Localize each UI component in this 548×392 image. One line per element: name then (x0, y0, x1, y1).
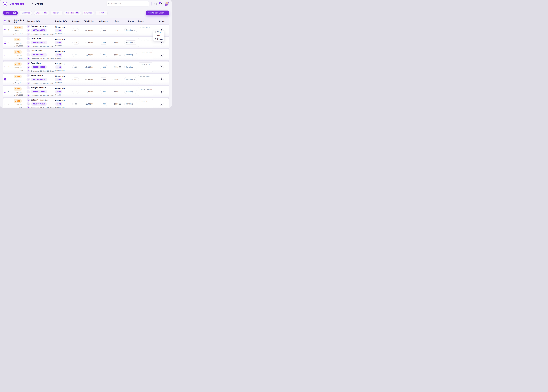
order-number-badge[interactable]: #345 (14, 50, 21, 54)
table-row: 1 #3210 2 hours ago Jun 27, 2023 Safayet… (3, 25, 169, 36)
status-dropdown[interactable]: Pending (124, 53, 137, 57)
advanced-value: ৳ 345 (100, 90, 107, 94)
internal-notes-input[interactable]: Internal Notes... (138, 63, 153, 72)
notifications-button[interactable]: 2 (159, 2, 162, 5)
search-box[interactable] (106, 1, 149, 6)
filter-tab-count-badge: 45 (13, 12, 16, 14)
order-number-badge[interactable]: #341 (14, 75, 21, 78)
row-actions-button[interactable] (160, 77, 164, 81)
filter-tab-label: Shipped (36, 12, 42, 14)
row-actions-button[interactable] (160, 102, 164, 106)
filter-tab-label: Delivered (53, 12, 61, 14)
search-input[interactable] (111, 3, 147, 5)
due-value: ৳ 2,990.00 (112, 91, 121, 93)
row-actions-button[interactable] (160, 90, 164, 94)
product-quantity: Quantity: 45 (55, 45, 70, 47)
status-label: Pending (126, 29, 133, 31)
customer-cell: Safayet Hossain... 01854886330 Dhanmondi… (27, 98, 55, 108)
table-row: 5 #341 2 hours ago Jun 27, 2023 Rabbi ha… (3, 74, 169, 85)
order-cell: #23 2 hours ago Jun 27, 2023 (14, 38, 27, 47)
row-checkbox[interactable] (4, 54, 6, 56)
status-dropdown[interactable]: Pending (124, 65, 137, 69)
row-actions-button[interactable] (160, 41, 164, 44)
row-checkbox[interactable] (4, 91, 6, 93)
location-pin-icon (27, 106, 30, 108)
total-price-value: ৳ 2,990.00 (85, 54, 93, 56)
row-checkbox[interactable] (4, 29, 6, 31)
menu-item-view[interactable]: View (153, 30, 164, 34)
menu-toggle-button[interactable] (3, 2, 7, 6)
plus-icon: + (165, 12, 167, 14)
status-dropdown[interactable]: Pending (124, 28, 137, 32)
select-all-checkbox[interactable] (4, 20, 6, 22)
menu-item-delete-label: Delete (157, 38, 163, 40)
filter-tab[interactable]: Pending 45 (3, 11, 18, 15)
internal-notes-input[interactable]: Internal Notes... (138, 75, 153, 84)
order-date: Jun 27, 2023 (14, 57, 27, 59)
menu-item-edit-label: Edit (157, 35, 160, 37)
filter-tab[interactable]: Follow Up (96, 11, 108, 15)
filter-bar: Pending 45 Confirmed Shipped 20 Delivere… (0, 8, 172, 15)
customer-cell: Reazul khan 01950889337 Dhanmondi 32, Ro… (27, 49, 55, 60)
discount-value: ৳ 23 (72, 65, 79, 69)
status-dropdown[interactable]: Pending (124, 41, 137, 45)
row-checkbox[interactable] (4, 66, 6, 68)
row-checkbox[interactable] (4, 78, 6, 80)
customer-phone[interactable]: 01854886330 (31, 90, 47, 93)
customer-phone[interactable]: 01758988602 (31, 41, 47, 44)
discount-value: ৳ 23 (72, 53, 79, 57)
internal-notes-input[interactable]: Internal Notes... (138, 87, 153, 96)
order-number-badge[interactable]: #123 (14, 63, 21, 66)
advanced-value: ৳ 345 (100, 65, 107, 69)
customer-phone[interactable]: 01854886330 (31, 102, 47, 106)
filter-tab[interactable]: Cancelled 76 (64, 11, 81, 15)
row-checkbox[interactable] (4, 42, 6, 44)
filter-tab[interactable]: Delivered (50, 11, 62, 15)
product-cell: Green tea ৳990 Quantity: 45 (55, 100, 70, 108)
col-discount: Discount (70, 20, 82, 22)
user-avatar[interactable] (165, 2, 169, 6)
row-actions-button[interactable] (160, 65, 164, 69)
internal-notes-input[interactable]: Internal Notes... (138, 99, 153, 108)
filter-tabs: Pending 45 Confirmed Shipped 20 Delivere… (3, 11, 108, 15)
due-value: ৳ 2,990.00 (112, 78, 121, 80)
customer-phone[interactable]: 01854886330 (31, 78, 47, 81)
order-number-badge[interactable]: #231 (14, 99, 21, 103)
row-actions-button[interactable] (160, 53, 164, 57)
product-price-badge: ৳990 (55, 29, 62, 32)
customer-phone[interactable]: 01854886330 (31, 28, 47, 32)
order-date: Jun 27, 2023 (14, 69, 27, 72)
filter-tab-label: Follow Up (97, 12, 105, 14)
total-price-value: ৳ 2,990.00 (85, 66, 93, 68)
filter-tab[interactable]: Returned (82, 11, 94, 15)
customer-phone[interactable]: 01902886330 (31, 65, 47, 69)
discount-value: ৳ 23 (72, 90, 79, 94)
col-action: Action (155, 20, 168, 22)
customer-phone[interactable]: 01950889337 (31, 53, 47, 56)
filter-tab[interactable]: Shipped 20 (34, 11, 49, 15)
row-checkbox[interactable] (4, 103, 6, 105)
row-serial: 7 (8, 103, 14, 105)
customer-address: Dhanmondi 32, Road 12, Dhaka (31, 95, 55, 97)
filter-tab-count-badge: 20 (44, 12, 47, 14)
product-name: Green tea (55, 75, 70, 77)
internal-notes-input[interactable]: Internal Notes... (138, 50, 153, 59)
internal-notes-input[interactable]: Internal Notes... (138, 26, 153, 35)
menu-item-edit[interactable]: Edit (153, 34, 164, 37)
order-cell: #876 2 hours ago Jun 27, 2023 (14, 87, 27, 96)
create-new-order-button[interactable]: Create New Order + (146, 11, 169, 15)
order-number-badge[interactable]: #3210 (14, 26, 23, 29)
order-number-badge[interactable]: #876 (14, 87, 21, 91)
total-price-value: ৳ 2,990.00 (85, 78, 93, 80)
status-dropdown[interactable]: Pending (124, 90, 137, 94)
filter-tab[interactable]: Confirmed (20, 11, 32, 15)
status-dropdown[interactable]: Pending (124, 77, 137, 81)
menu-item-delete[interactable]: Delete (153, 37, 164, 41)
location-pin-icon (27, 94, 30, 97)
order-number-badge[interactable]: #23 (14, 38, 21, 42)
status-dropdown[interactable]: Pending (124, 102, 137, 106)
internal-notes-input[interactable]: Internal Notes... (138, 38, 153, 47)
breadcrumb-dashboard-link[interactable]: Dashboard (10, 2, 24, 5)
support-button[interactable] (154, 2, 157, 5)
location-pin-icon (27, 33, 30, 36)
